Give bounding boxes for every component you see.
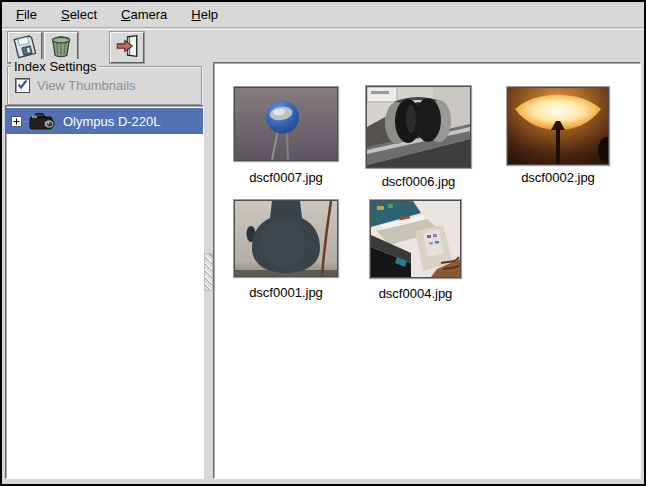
camera-icon — [29, 111, 57, 131]
tree-row-camera[interactable]: Olympus D-220L — [6, 108, 203, 134]
floppy-disk-icon — [12, 33, 38, 62]
thumbnail-panel: dscf0007.jpg — [213, 62, 641, 479]
thumbnail-image-dscf0004[interactable] — [370, 200, 461, 278]
thumbnail-filename: dscf0002.jpg — [506, 170, 610, 185]
thumbnail-filename: dscf0006.jpg — [365, 174, 472, 189]
exit-button[interactable] — [110, 32, 144, 63]
menu-help[interactable]: Help — [185, 2, 224, 28]
view-thumbnails-checkbox[interactable] — [15, 78, 30, 93]
menu-select[interactable]: Select — [55, 2, 103, 28]
pane-splitter[interactable] — [204, 62, 213, 479]
menubar: FileSelectCameraHelp — [2, 2, 644, 28]
thumbnail-image-dscf0001[interactable] — [234, 200, 338, 277]
thumbnail-image-dscf0006[interactable] — [366, 86, 471, 168]
camera-tree: Olympus D-220L — [5, 105, 204, 479]
exit-door-icon — [114, 33, 140, 62]
tree-row-label: Olympus D-220L — [63, 114, 161, 129]
trash-icon — [48, 33, 74, 62]
thumbnail-item: dscf0007.jpg — [233, 87, 339, 185]
tree-connector-line — [22, 121, 28, 122]
menu-file[interactable]: File — [10, 2, 43, 28]
view-thumbnails-label: View Thumbnails — [37, 78, 136, 93]
thumbnail-image-dscf0002[interactable] — [507, 87, 609, 165]
thumbnail-image-dscf0007[interactable] — [234, 87, 338, 161]
splitter-grip[interactable] — [204, 253, 213, 291]
frame-title: Index Settings — [11, 59, 99, 74]
thumbnail-item: dscf0006.jpg — [365, 86, 472, 189]
app-window: FileSelectCameraHelp — [0, 0, 646, 486]
thumbnail-filename: dscf0004.jpg — [369, 286, 462, 301]
checkmark-icon — [16, 78, 29, 94]
thumbnail-item: dscf0004.jpg — [369, 200, 462, 301]
thumbnail-item: dscf0002.jpg — [506, 87, 610, 185]
expander-plus-icon[interactable] — [11, 116, 22, 127]
thumbnail-item: dscf0001.jpg — [233, 200, 339, 300]
thumbnail-filename: dscf0001.jpg — [233, 285, 339, 300]
thumbnail-filename: dscf0007.jpg — [233, 170, 339, 185]
menu-camera[interactable]: Camera — [115, 2, 173, 28]
